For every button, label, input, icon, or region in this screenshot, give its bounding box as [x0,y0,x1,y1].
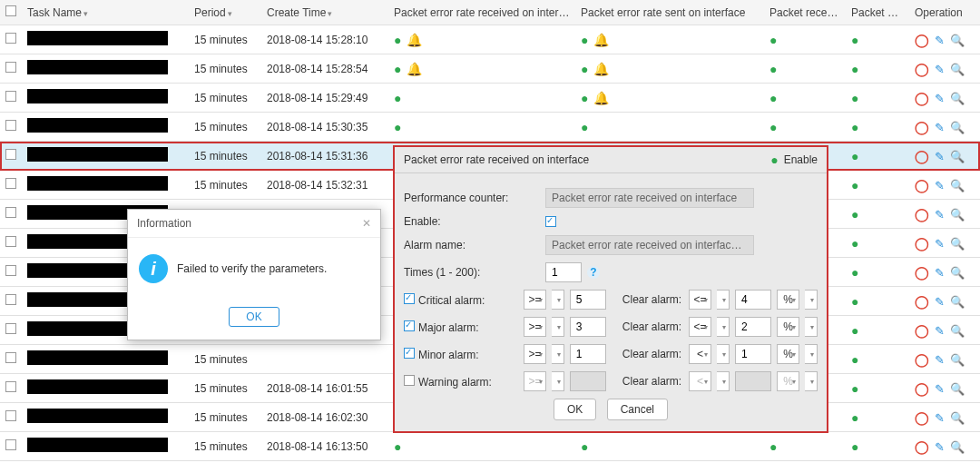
col-preceiving[interactable]: Packet receiving [764,0,846,25]
minor-value[interactable] [570,344,606,364]
stop-icon[interactable]: ◯ [915,323,929,338]
search-icon[interactable]: 🔍 [950,179,965,192]
search-icon[interactable]: 🔍 [950,324,965,338]
col-create-time[interactable]: Create Time▾ [261,0,388,25]
row-checkbox[interactable] [5,62,16,73]
table-row[interactable]: 15 minutes2018-08-14 16:13:50●●●●◯✎🔍 [0,432,980,461]
search-icon[interactable]: 🔍 [950,440,965,454]
stop-icon[interactable]: ◯ [915,381,929,396]
search-icon[interactable]: 🔍 [950,150,965,163]
table-row[interactable]: 15 minutes2018-08-14 15:30:35●●●●◯✎🔍 [0,113,980,142]
minor-checkbox[interactable] [404,348,415,359]
col-task-name[interactable]: Task Name▾ [22,0,189,25]
row-checkbox[interactable] [5,294,16,305]
major-checkbox[interactable] [404,320,415,331]
stop-icon[interactable]: ◯ [915,352,929,367]
search-icon[interactable]: 🔍 [950,382,965,396]
dropdown-icon[interactable] [552,344,564,364]
search-icon[interactable]: 🔍 [950,353,965,367]
search-icon[interactable]: 🔍 [950,237,965,251]
table-row[interactable]: 15 minutes2018-08-14 15:28:10●🔔●🔔●●◯✎🔍 [0,25,980,54]
warning-checkbox[interactable] [404,375,415,386]
stop-icon[interactable]: ◯ [915,294,929,309]
op-select[interactable]: <= [689,290,711,310]
op-select[interactable]: <= [689,317,711,337]
stop-icon[interactable]: ◯ [915,33,929,47]
col-operation[interactable]: Operation [909,0,980,25]
critical-checkbox[interactable] [404,293,415,304]
edit-icon[interactable]: ✎ [935,150,945,163]
row-checkbox[interactable] [5,323,16,334]
search-icon[interactable]: 🔍 [950,34,965,47]
stop-icon[interactable]: ◯ [915,410,929,425]
row-checkbox[interactable] [5,236,16,247]
row-checkbox[interactable] [5,91,16,102]
row-checkbox[interactable] [5,410,16,421]
row-checkbox[interactable] [5,381,16,392]
dropdown-icon[interactable] [717,344,730,364]
stop-icon[interactable]: ◯ [915,62,929,76]
stop-icon[interactable]: ◯ [915,91,929,105]
col-sent[interactable]: Packet error rate sent on interface [575,0,764,25]
search-icon[interactable]: 🔍 [950,208,965,222]
times-input[interactable] [545,262,582,282]
edit-icon[interactable]: ✎ [935,295,945,309]
edit-icon[interactable]: ✎ [935,237,945,251]
row-checkbox[interactable] [5,207,16,218]
edit-icon[interactable]: ✎ [935,266,945,280]
close-icon[interactable]: ✕ [362,217,371,230]
help-icon[interactable]: ? [587,266,600,279]
dropdown-icon[interactable] [805,290,818,310]
edit-icon[interactable]: ✎ [935,382,945,396]
dropdown-icon[interactable] [552,317,564,337]
unit-select[interactable]: % [777,290,799,310]
edit-icon[interactable]: ✎ [935,208,945,222]
edit-icon[interactable]: ✎ [935,121,945,134]
enable-checkbox[interactable] [545,216,556,227]
row-checkbox[interactable] [5,352,16,363]
op-select[interactable]: < [689,344,711,364]
row-checkbox[interactable] [5,439,16,450]
stop-icon[interactable]: ◯ [915,178,929,192]
dialog-ok-button[interactable]: OK [229,307,279,327]
search-icon[interactable]: 🔍 [950,266,965,280]
unit-select[interactable]: % [777,317,799,337]
stop-icon[interactable]: ◯ [915,149,929,163]
col-psend[interactable]: Packet send [846,0,909,25]
major-value[interactable] [570,317,606,337]
cancel-button[interactable]: Cancel [607,399,668,420]
op-select[interactable]: >= [524,290,546,310]
dropdown-icon[interactable] [552,290,564,310]
edit-icon[interactable]: ✎ [935,63,945,76]
search-icon[interactable]: 🔍 [950,121,965,134]
unit-select[interactable]: % [777,344,799,364]
edit-icon[interactable]: ✎ [935,179,945,192]
col-period[interactable]: Period▾ [189,0,261,25]
row-checkbox[interactable] [5,265,16,276]
dropdown-icon[interactable] [717,317,730,337]
edit-icon[interactable]: ✎ [935,34,945,47]
minor-clear-value[interactable] [735,344,771,364]
critical-clear-value[interactable] [735,290,771,310]
search-icon[interactable]: 🔍 [950,63,965,76]
search-icon[interactable]: 🔍 [950,295,965,309]
select-all-checkbox[interactable] [5,5,16,16]
stop-icon[interactable]: ◯ [915,236,929,251]
row-checkbox[interactable] [5,33,16,44]
edit-icon[interactable]: ✎ [935,411,945,425]
row-checkbox[interactable] [5,149,16,160]
edit-icon[interactable]: ✎ [935,324,945,338]
edit-icon[interactable]: ✎ [935,353,945,367]
stop-icon[interactable]: ◯ [915,265,929,280]
edit-icon[interactable]: ✎ [935,92,945,105]
row-checkbox[interactable] [5,178,16,189]
op-select[interactable]: >= [524,317,546,337]
stop-icon[interactable]: ◯ [915,207,929,222]
dropdown-icon[interactable] [717,290,730,310]
stop-icon[interactable]: ◯ [915,120,929,134]
table-row[interactable]: 15 minutes2018-08-14 15:29:49●●🔔●●◯✎🔍 [0,84,980,113]
edit-icon[interactable]: ✎ [935,440,945,454]
row-checkbox[interactable] [5,120,16,131]
dropdown-icon[interactable] [805,344,818,364]
major-clear-value[interactable] [735,317,771,337]
